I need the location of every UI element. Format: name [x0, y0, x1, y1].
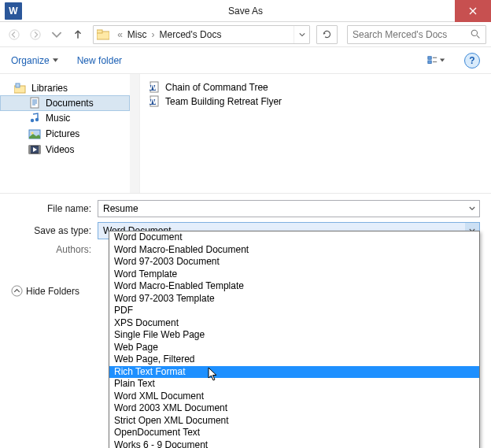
file-name-dropdown[interactable] — [465, 201, 479, 217]
view-options-button[interactable] — [426, 52, 445, 69]
save-type-option[interactable]: PDF — [109, 305, 479, 317]
tree-item-pictures[interactable]: Pictures — [0, 126, 139, 142]
word-doc-icon: W — [148, 95, 161, 108]
videos-icon — [28, 143, 41, 156]
save-type-option[interactable]: Web Page — [109, 342, 479, 354]
music-icon — [28, 112, 41, 124]
svg-rect-8 — [433, 61, 437, 61]
svg-rect-10 — [16, 83, 20, 87]
close-icon — [469, 7, 477, 15]
tree-item-libraries[interactable]: Libraries — [0, 80, 139, 96]
file-name-row: File name: — [11, 200, 480, 217]
save-type-option[interactable]: OpenDocument Text — [109, 427, 479, 439]
file-name-input[interactable] — [98, 203, 465, 214]
svg-rect-6 — [428, 61, 431, 63]
svg-point-1 — [30, 29, 39, 39]
libraries-icon — [14, 82, 27, 94]
save-type-option[interactable]: Word 2003 XML Document — [109, 402, 479, 415]
tree-label: Videos — [46, 144, 74, 155]
dropdown-triangle-icon — [440, 58, 445, 62]
view-icon — [427, 55, 438, 66]
navigation-pane: Libraries Documents Music Pictures Video… — [0, 74, 140, 193]
organize-label: Organize — [11, 55, 50, 66]
save-type-option[interactable]: XPS Document — [109, 317, 479, 330]
svg-rect-17 — [29, 146, 31, 154]
arrow-left-icon — [9, 29, 20, 40]
save-type-option[interactable]: Web Page, Filtered — [109, 354, 479, 366]
svg-rect-5 — [428, 56, 431, 58]
breadcrumb-dropdown[interactable] — [293, 26, 309, 43]
tree-item-documents[interactable]: Documents — [0, 95, 130, 111]
chevron-up-circle-icon — [11, 285, 23, 297]
save-type-option[interactable]: Word 97-2003 Document — [109, 256, 479, 268]
new-folder-button[interactable]: New folder — [77, 55, 122, 66]
hide-folders-label: Hide Folders — [26, 286, 79, 297]
organize-menu[interactable]: Organize — [11, 55, 58, 66]
close-button[interactable] — [455, 0, 491, 22]
file-item[interactable]: W Team Building Retreat Flyer — [148, 94, 483, 109]
file-name-label: File name: — [11, 203, 98, 214]
chevron-down-icon — [51, 29, 62, 40]
chevron-down-icon — [469, 206, 475, 211]
titlebar: W Save As — [0, 0, 491, 22]
tree-item-videos[interactable]: Videos — [0, 142, 139, 157]
save-type-option[interactable]: Word 97-2003 Template — [109, 293, 479, 305]
window-title: Save As — [0, 6, 491, 17]
save-type-option[interactable]: Works 6 - 9 Document — [109, 439, 479, 449]
up-button[interactable] — [68, 25, 87, 44]
hide-folders-button[interactable]: Hide Folders — [11, 285, 79, 297]
file-name: Team Building Retreat Flyer — [165, 96, 282, 107]
save-type-option[interactable]: Word Template — [109, 268, 479, 281]
svg-point-25 — [12, 286, 22, 296]
search-box[interactable] — [347, 25, 486, 44]
svg-rect-7 — [433, 57, 437, 57]
word-app-icon: W — [5, 2, 22, 20]
file-name-field[interactable] — [98, 200, 480, 217]
pictures-icon — [28, 128, 41, 140]
breadcrumb-path[interactable]: « Misc › Merced's Docs — [113, 29, 293, 40]
chevron-down-icon — [299, 31, 305, 38]
file-item[interactable]: W Chain of Command Tree — [148, 80, 483, 94]
save-type-option[interactable]: Strict Open XML Document — [109, 415, 479, 428]
refresh-icon — [322, 29, 332, 39]
breadcrumb-parent[interactable]: Misc — [126, 29, 149, 40]
forward-button[interactable] — [26, 25, 44, 44]
save-type-option[interactable]: Word XML Document — [109, 391, 479, 403]
svg-rect-3 — [97, 30, 102, 33]
svg-text:W: W — [149, 95, 157, 106]
svg-point-0 — [9, 29, 18, 39]
toolbar: Organize New folder ? — [0, 47, 491, 74]
nav-scrollbar[interactable] — [130, 74, 139, 193]
save-type-option[interactable]: Plain Text — [109, 378, 479, 391]
save-type-dropdown-list[interactable]: Word DocumentWord Macro-Enabled Document… — [109, 231, 480, 448]
save-type-option[interactable]: Word Macro-Enabled Document — [109, 244, 479, 257]
refresh-button[interactable] — [316, 25, 338, 44]
dropdown-triangle-icon — [53, 58, 58, 62]
save-type-label: Save as type: — [11, 225, 98, 236]
tree-label: Documents — [46, 98, 94, 109]
authors-label: Authors: — [11, 244, 98, 255]
document-icon — [28, 97, 41, 109]
tree-item-music[interactable]: Music — [0, 110, 139, 126]
save-type-option[interactable]: Word Macro-Enabled Template — [109, 280, 479, 293]
save-type-option[interactable]: Word Document — [109, 231, 479, 244]
svg-point-12 — [31, 119, 34, 122]
save-type-option[interactable]: Rich Text Format — [109, 366, 479, 379]
chevron-right-icon: › — [148, 29, 157, 40]
file-name: Chain of Command Tree — [165, 82, 268, 93]
breadcrumb[interactable]: « Misc › Merced's Docs — [93, 25, 310, 44]
breadcrumb-current[interactable]: Merced's Docs — [157, 29, 223, 40]
file-list: W Chain of Command Tree W Team Building … — [140, 74, 491, 193]
save-type-option[interactable]: Single File Web Page — [109, 329, 479, 342]
breadcrumb-overflow[interactable]: « — [114, 29, 126, 40]
help-button[interactable]: ? — [464, 53, 480, 68]
word-doc-icon: W — [148, 81, 161, 94]
arrow-up-icon — [72, 29, 83, 40]
tree-label: Pictures — [46, 128, 79, 139]
back-button[interactable] — [5, 25, 23, 44]
svg-rect-18 — [39, 146, 40, 154]
search-input[interactable] — [353, 29, 471, 40]
tree-label: Libraries — [31, 83, 68, 94]
folder-icon — [95, 27, 111, 43]
recent-locations-button[interactable] — [47, 25, 65, 44]
